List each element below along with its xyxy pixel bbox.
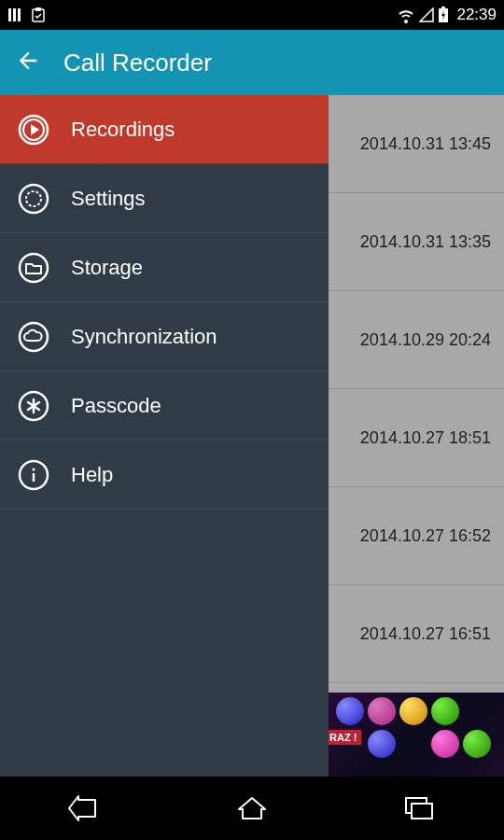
drawer-item-recordings[interactable]: Recordings [0,95,329,164]
drawer-item-label: Help [71,463,113,487]
app-bar: Call Recorder [0,30,504,95]
signal-icon [419,7,434,22]
nav-recent-button[interactable] [383,790,457,827]
svg-point-18 [33,468,35,470]
clipboard-icon [30,7,47,23]
drawer-item-storage[interactable]: Storage [0,233,329,302]
cloud-icon [17,320,50,354]
ad-banner[interactable]: RAZ ! [329,693,504,777]
gem-icon [399,697,427,725]
svg-point-9 [20,185,48,213]
svg-point-11 [20,254,48,282]
info-icon [17,458,50,492]
bars-icon [7,7,24,23]
gem-icon [431,697,459,725]
drawer-item-label: Synchronization [71,325,217,349]
status-bar: 22:39 [0,0,504,30]
system-nav-bar [0,777,504,840]
wifi-icon [397,7,415,23]
svg-rect-0 [8,8,11,21]
drawer-item-label: Storage [71,256,143,280]
svg-point-10 [26,191,41,206]
play-icon [17,113,50,147]
gem-icon [463,730,491,758]
gem-icon [368,730,396,758]
drawer-item-help[interactable]: Help [0,441,329,510]
gem-icon [336,697,364,725]
svg-rect-4 [35,7,41,11]
svg-rect-6 [441,7,445,8]
drawer-item-synchronization[interactable]: Synchronization [0,302,329,371]
nav-home-button[interactable] [215,790,289,827]
battery-charging-icon [438,7,449,23]
drawer-item-label: Passcode [71,394,161,418]
gem-icon [431,730,459,758]
gear-icon [17,182,50,216]
drawer-item-label: Recordings [71,118,175,142]
svg-rect-21 [412,804,432,819]
asterisk-icon [17,389,50,423]
page-title: Call Recorder [63,49,212,77]
drawer-item-label: Settings [71,187,146,211]
navigation-drawer: Recordings Settings Storage Synchronizat… [0,95,329,777]
status-time: 22:39 [456,6,497,24]
ad-tag: RAZ ! [329,730,361,745]
svg-rect-1 [13,8,16,21]
back-arrow-icon[interactable] [15,48,41,77]
content-area: 2014.10.31 13:45 2014.10.31 13:35 2014.1… [0,95,504,777]
drawer-item-settings[interactable]: Settings [0,164,329,233]
drawer-item-passcode[interactable]: Passcode [0,371,329,441]
gem-icon [368,697,396,725]
folder-icon [17,251,50,285]
svg-rect-2 [18,8,21,21]
nav-back-button[interactable] [47,790,121,827]
